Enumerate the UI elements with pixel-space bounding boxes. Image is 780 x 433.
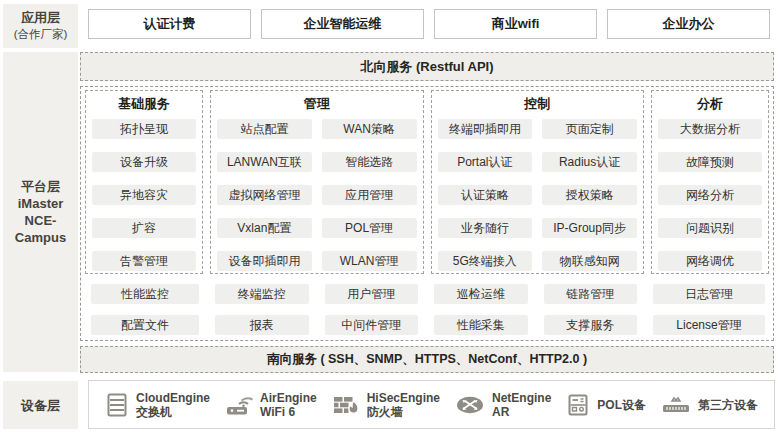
- service-item: IP-Group同步: [542, 218, 637, 238]
- common-service-item: 中间件管理: [325, 315, 419, 335]
- layer-label-device: 设备层: [3, 381, 78, 429]
- device-firewall: HiSecEngine防火墙: [332, 391, 440, 419]
- device-access-point: AirEngineWiFi 6: [225, 391, 317, 419]
- group-control: 控制终端即插即用页面定制Portal认证Radius认证认证策略授权策略业务随行…: [431, 90, 645, 274]
- layer-label-line: NCE-: [25, 212, 57, 229]
- device-switch: CloudEngine交换机: [105, 391, 210, 419]
- device-label: CloudEngine交换机: [136, 391, 210, 419]
- layer-label-line: 设备层: [21, 397, 60, 414]
- common-service-item: License管理: [653, 315, 765, 335]
- common-service-item: 终端监控: [215, 284, 309, 304]
- layer-label-line: 应用层: [21, 9, 60, 26]
- layer-label-line: Campus: [15, 229, 66, 246]
- common-service-item: 链路管理: [544, 284, 638, 304]
- device-label: HiSecEngine防火墙: [367, 391, 440, 419]
- device-label-line: POL设备: [597, 398, 646, 412]
- router-icon: [455, 393, 485, 417]
- service-item: 授权策略: [542, 185, 637, 205]
- access-point-icon: [225, 392, 253, 418]
- group-items-basic-services: 拓扑呈现设备升级异地容灾扩容告警管理: [92, 119, 196, 271]
- pol-device-icon: [566, 392, 590, 418]
- device-third-party-device: 第三方设备: [661, 393, 758, 417]
- device-label: NetEngineAR: [492, 391, 551, 419]
- group-title-management: 管理: [217, 96, 417, 111]
- service-item: 告警管理: [92, 251, 196, 271]
- application-boxes-row: 认证计费企业智能运维商业wifi企业办公: [88, 9, 770, 39]
- northbound-service-label: 北向服务 (Restful API): [360, 58, 493, 76]
- service-item: 站点配置: [217, 119, 312, 139]
- group-analysis: 分析大数据分析故障预测网络分析问题识别网络调优: [651, 90, 769, 274]
- service-item: 虚拟网络管理: [217, 185, 312, 205]
- group-items-analysis: 大数据分析故障预测网络分析问题识别网络调优: [658, 119, 762, 271]
- device-label: 第三方设备: [698, 398, 758, 412]
- common-service-item: 巡检运维: [434, 284, 528, 304]
- common-service-item: 性能采集: [434, 315, 528, 335]
- device-label: AirEngineWiFi 6: [260, 391, 317, 419]
- device-label: POL设备: [597, 398, 646, 412]
- service-item: 智能选路: [322, 152, 417, 172]
- switch-icon: [105, 392, 129, 418]
- app-box-1: 企业智能运维: [261, 9, 424, 39]
- third-party-device-icon: [661, 393, 691, 417]
- service-item: 页面定制: [542, 119, 637, 139]
- device-pol-device: POL设备: [566, 392, 646, 418]
- common-service-item: 日志管理: [653, 284, 765, 304]
- service-item: 扩容: [92, 218, 196, 238]
- service-item: WLAN管理: [322, 251, 417, 271]
- device-label-line: 交换机: [136, 405, 210, 419]
- device-router: NetEngineAR: [455, 391, 551, 419]
- service-item: LANWAN互联: [217, 152, 312, 172]
- common-service-item: 支撑服务: [544, 315, 638, 335]
- service-item: 业务随行: [438, 218, 533, 238]
- service-item: 异地容灾: [92, 185, 196, 205]
- firewall-icon: [332, 392, 360, 418]
- northbound-service-strip: 北向服务 (Restful API): [80, 52, 774, 81]
- service-item: POL管理: [322, 218, 417, 238]
- app-box-2: 商业wifi: [434, 9, 597, 39]
- device-label-line: 防火墙: [367, 405, 440, 419]
- service-item: 大数据分析: [658, 119, 762, 139]
- service-item: Radius认证: [542, 152, 637, 172]
- group-items-control: 终端即插即用页面定制Portal认证Radius认证认证策略授权策略业务随行IP…: [438, 119, 638, 271]
- platform-services-container: 基础服务拓扑呈现设备升级异地容灾扩容告警管理管理站点配置WAN策略LANWAN互…: [80, 86, 774, 341]
- common-service-item: 报表: [215, 315, 309, 335]
- app-box-3: 企业办公: [607, 9, 770, 39]
- device-label-line: AR: [492, 405, 551, 419]
- device-label-line: 第三方设备: [698, 398, 758, 412]
- service-item: 物联感知网: [542, 251, 637, 271]
- southbound-service-strip: 南向服务 ( SSH、SNMP、HTTPS、NetConf、HTTP2.0 ): [80, 346, 774, 373]
- service-item: 网络调优: [658, 251, 762, 271]
- app-box-0: 认证计费: [88, 9, 251, 39]
- device-layer-box: CloudEngine交换机AirEngineWiFi 6HiSecEngine…: [88, 380, 775, 429]
- layer-label-application: 应用层(合作厂家): [3, 4, 78, 48]
- layer-label-platform: 平台层iMasterNCE-Campus: [3, 52, 78, 372]
- layer-label-line: iMaster: [18, 195, 64, 212]
- group-title-control: 控制: [438, 96, 638, 111]
- device-label-line: NetEngine: [492, 391, 551, 405]
- common-service-item: 性能监控: [91, 284, 199, 304]
- service-item: 问题识别: [658, 218, 762, 238]
- service-item: 故障预测: [658, 152, 762, 172]
- group-title-analysis: 分析: [658, 96, 762, 111]
- group-basic-services: 基础服务拓扑呈现设备升级异地容灾扩容告警管理: [85, 90, 203, 274]
- layer-label-line: 平台层: [21, 178, 60, 195]
- southbound-service-label: 南向服务 ( SSH、SNMP、HTTPS、NetConf、HTTP2.0 ): [267, 351, 587, 368]
- common-service-item: 配置文件: [91, 315, 199, 335]
- service-groups-row: 基础服务拓扑呈现设备升级异地容灾扩容告警管理管理站点配置WAN策略LANWAN互…: [85, 90, 769, 274]
- group-title-basic-services: 基础服务: [92, 96, 196, 111]
- service-item: 5G终端接入: [438, 251, 533, 271]
- device-label-line: CloudEngine: [136, 391, 210, 405]
- layer-label-line: (合作厂家): [14, 26, 68, 43]
- service-item: 终端即插即用: [438, 119, 533, 139]
- service-item: Portal认证: [438, 152, 533, 172]
- service-item: 认证策略: [438, 185, 533, 205]
- group-items-management: 站点配置WAN策略LANWAN互联智能选路虚拟网络管理应用管理Vxlan配置PO…: [217, 119, 417, 271]
- group-management: 管理站点配置WAN策略LANWAN互联智能选路虚拟网络管理应用管理Vxlan配置…: [210, 90, 424, 274]
- device-label-line: HiSecEngine: [367, 391, 440, 405]
- service-item: Vxlan配置: [217, 218, 312, 238]
- device-label-line: AirEngine: [260, 391, 317, 405]
- service-item: 网络分析: [658, 185, 762, 205]
- common-service-item: 用户管理: [325, 284, 419, 304]
- common-services-grid: 性能监控终端监控用户管理巡检运维链路管理日志管理配置文件报表中间件管理性能采集支…: [91, 284, 765, 335]
- service-item: 拓扑呈现: [92, 119, 196, 139]
